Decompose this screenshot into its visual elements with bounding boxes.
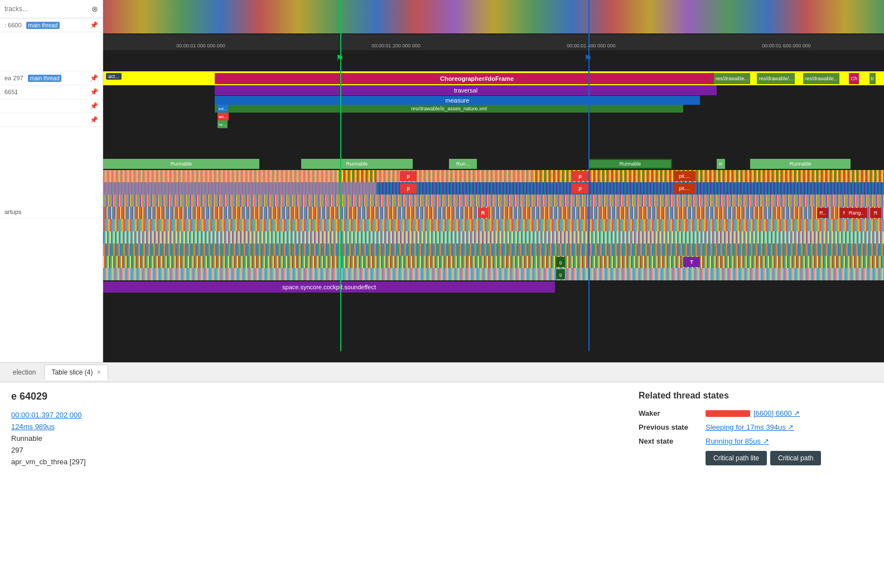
tabs-bar: election Table slice (4) ×	[0, 363, 884, 382]
pin-icon-ea297[interactable]: 📌	[90, 74, 98, 82]
pit-label-2: pit....	[673, 183, 695, 193]
tab-close-icon[interactable]: ×	[97, 368, 101, 376]
purple-bar-row: space.syncore.cockpit.soundeffect	[103, 281, 884, 294]
cpu-svg-9	[103, 268, 884, 280]
svg-rect-27	[103, 219, 884, 231]
search-input[interactable]	[4, 5, 91, 13]
flag-right: ⚑	[584, 53, 592, 64]
details-right: Related thread states Waker [6600] 6600 …	[639, 391, 873, 471]
res-label-tr: tr	[869, 73, 876, 84]
runnable-bar-2[interactable]: Runnable	[301, 159, 413, 169]
runnable-bar-r1[interactable]: R	[717, 159, 725, 169]
cpu-row-3	[103, 195, 884, 207]
sidebar-item-artups: artups	[0, 205, 103, 219]
re-label: re...	[218, 120, 228, 128]
waker-value[interactable]: [6600] 6600 ↗	[753, 409, 800, 417]
details-title: e 64029	[11, 391, 616, 402]
search-clear-icon[interactable]: ⊗	[91, 4, 98, 13]
traversal-bar[interactable]: traversal	[215, 85, 717, 95]
tab-selection[interactable]: election	[6, 365, 43, 380]
act-label: act...	[106, 73, 122, 80]
prev-state-value[interactable]: Sleeping for 17ms 394us ↗	[706, 423, 794, 431]
related-title: Related thread states	[639, 391, 873, 401]
cpu-row-9: g	[103, 268, 884, 280]
ruler-label-3: 00:00:01 400 000 000	[567, 43, 616, 48]
critical-path-button[interactable]: Critical path	[770, 451, 821, 465]
sidebar-item-6600: : 6600 main thread 📌	[0, 18, 103, 32]
cpu-svg-6	[103, 231, 884, 244]
choreographer-bar[interactable]: Choreographer#doFrame	[215, 73, 739, 84]
cpu-row-1: p p pit....	[103, 170, 884, 182]
runnable-bar-1[interactable]: Runnable	[103, 159, 259, 169]
details-timestamp-row: 00:00:01.397 202 000	[11, 411, 616, 419]
cpu-svg-1	[103, 170, 884, 182]
main-thread-highlight: act... Choreographer#doFrame res/drawabl…	[103, 71, 884, 85]
res-label-1: res/drawable...	[714, 73, 750, 84]
details-state-value: Runnable	[11, 434, 42, 443]
p-label-4: p	[572, 183, 588, 193]
prev-state-label: Previous state	[639, 423, 706, 431]
ruler-sublabels: 00:00:01 000 000 000 00:00:01 200 000 00…	[103, 35, 884, 50]
track-spacer-1	[0, 32, 103, 71]
next-state-label: Next state	[639, 437, 706, 445]
sidebar-artups-label: artups	[4, 208, 22, 215]
details-timestamp-link[interactable]: 00:00:01.397 202 000	[11, 411, 82, 419]
critical-path-lite-button[interactable]: Critical path lite	[706, 451, 767, 465]
res-label-ch: Ch	[849, 73, 859, 84]
sidebar-item-ea297: ea 297 main thread 📌	[0, 71, 103, 85]
cpu-svg-2	[103, 182, 884, 195]
next-state-value[interactable]: Running for 85us ↗	[706, 437, 769, 445]
thread-id-6600: : 6600	[4, 22, 22, 28]
cpu-row-7	[103, 244, 884, 256]
measure-bar[interactable]: measure	[215, 96, 700, 105]
sidebar-item-6651: 6651 📌	[0, 85, 103, 99]
details-duration-link[interactable]: 124ms 989us	[11, 422, 55, 431]
svg-rect-35	[103, 244, 884, 256]
t-label-1: T	[683, 257, 700, 267]
ruler-label-1: 00:00:01 000 000 000	[176, 43, 225, 48]
search-bar[interactable]: ⊗	[0, 0, 103, 18]
cpu-svg-3	[103, 195, 884, 207]
cpu-row-4: R R.. R Rang.. R	[103, 207, 884, 219]
res-drawable-bar[interactable]: res/drawable/ic_asses_nature.xml	[215, 105, 683, 113]
cpu-row-5	[103, 219, 884, 231]
cpu-row-6	[103, 231, 884, 244]
res-label-2: res/drawable/...	[757, 73, 795, 84]
tab-table-slice-label: Table slice (4)	[51, 368, 93, 376]
res-label-3: res/drawable...	[803, 73, 839, 84]
measure-row: measure	[103, 96, 884, 105]
details-state-row: Runnable	[11, 434, 616, 443]
thread-badge-ea297: main thread	[28, 75, 62, 82]
pin-icon-6651[interactable]: 📌	[90, 88, 98, 96]
tab-selection-label: election	[13, 368, 36, 376]
details-thread-id-row: 297	[11, 446, 616, 454]
related-prev-state-row: Previous state Sleeping for 17ms 394us ↗	[639, 423, 873, 431]
details-duration-row: 124ms 989us	[11, 422, 616, 431]
cpu-row-2: p p pit....	[103, 182, 884, 195]
svg-rect-31	[103, 231, 884, 244]
sidebar-item-pin1: 📌	[0, 99, 103, 113]
runnable-row-ea297: Runnable Runnable Run... Runnable R Runn…	[103, 159, 884, 170]
related-next-state-row: Next state Running for 85us ↗	[639, 437, 873, 445]
details-thread-name-row: apr_vm_cb_threa [297]	[11, 458, 616, 466]
runnable-bar-last[interactable]: Runnable	[750, 159, 851, 169]
rang-label-1: R..	[817, 208, 828, 218]
pin-icon-6600[interactable]: 📌	[90, 21, 98, 29]
runnable-bar-3[interactable]: Run...	[449, 159, 477, 169]
details-left: e 64029 00:00:01.397 202 000 124ms 989us…	[11, 391, 616, 471]
r-label-1: R	[478, 208, 488, 218]
svg-rect-5	[103, 170, 337, 182]
tab-table-slice[interactable]: Table slice (4) ×	[44, 365, 108, 380]
thread-id-ea297: ea 297	[4, 75, 23, 81]
purple-bar[interactable]: space.syncore.cockpit.soundeffect	[103, 281, 555, 293]
svg-rect-46	[103, 268, 884, 280]
p-label-1: p	[400, 171, 417, 181]
runnable-bar-selected[interactable]: Runnable	[588, 159, 672, 169]
an-label: an...	[218, 113, 229, 120]
sidebar: ⊗ : 6600 main thread 📌 ea 297 main threa…	[0, 0, 103, 362]
svg-rect-22	[103, 207, 884, 219]
pin-icon-2[interactable]: 📌	[90, 116, 98, 124]
pin-icon-1[interactable]: 📌	[90, 102, 98, 110]
cpu-svg-5	[103, 219, 884, 231]
pit-label-1: pit....	[673, 171, 695, 181]
